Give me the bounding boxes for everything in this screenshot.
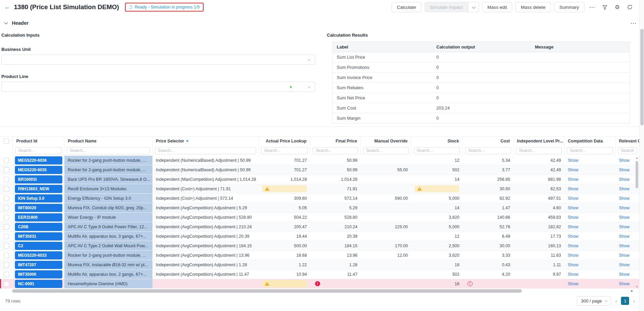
show-link[interactable]: Show xyxy=(568,196,578,201)
column-header-name[interactable]: Product Name xyxy=(64,137,152,145)
product-line-select[interactable] xyxy=(1,82,315,92)
product-id-badge[interactable]: MEG5220-6036 xyxy=(15,156,62,164)
row-checkbox[interactable] xyxy=(4,234,9,239)
row-checkbox[interactable] xyxy=(4,272,9,277)
table-row[interactable]: BR1600SIBack UPS Pro BR 1600VA, Sinewave… xyxy=(0,175,639,184)
page-number-button[interactable]: 1 xyxy=(621,297,629,305)
product-id-badge[interactable]: ION Setup 3.0 xyxy=(15,194,62,202)
table-row[interactable]: IMT47207Mureva FIX, instacable Ø16-32 mm… xyxy=(0,260,639,270)
table-row[interactable]: NC-0091Hexamethylene Diamine (HMD)!18!Sh… xyxy=(0,279,639,289)
product-id-badge[interactable]: R9H13603_NEW xyxy=(15,185,62,193)
show-link[interactable]: Show xyxy=(568,234,578,239)
show-link[interactable]: Show xyxy=(568,281,578,286)
product-id-badge[interactable]: MEG5220-6035 xyxy=(15,166,62,174)
show-link[interactable]: Show xyxy=(619,244,629,248)
column-header-cost[interactable]: Cost xyxy=(463,137,514,145)
column-header-override[interactable]: Manual Override xyxy=(361,137,411,145)
business-unit-select[interactable] xyxy=(1,55,315,65)
show-link[interactable]: Show xyxy=(619,158,629,163)
filter-icon[interactable] xyxy=(600,2,609,12)
grid-horizontal-scrollbar[interactable]: ▶ xyxy=(0,289,639,293)
show-link[interactable]: Show xyxy=(619,206,629,210)
product-id-badge[interactable]: IMT80020 xyxy=(15,204,62,212)
table-row[interactable]: MEG5220-6036Rocker for 2-gang push-butto… xyxy=(0,156,639,165)
row-checkbox[interactable] xyxy=(4,262,9,268)
show-link[interactable]: Show xyxy=(568,263,578,267)
row-checkbox[interactable] xyxy=(4,205,9,211)
row-checkbox[interactable] xyxy=(4,167,9,173)
warning-pill[interactable] xyxy=(415,185,459,192)
show-link[interactable]: Show xyxy=(619,187,629,191)
table-row[interactable]: IMT35000Multifix Air, apparatus box, 2 g… xyxy=(0,270,639,279)
column-header-competition[interactable]: Competition Data xyxy=(564,137,616,145)
column-header-relevant[interactable]: Relevant Co... xyxy=(616,137,639,145)
show-link[interactable]: Show xyxy=(568,225,578,229)
product-id-badge[interactable]: NC-0091 xyxy=(15,280,62,288)
row-checkbox[interactable] xyxy=(4,186,9,192)
product-id-badge[interactable]: C2 xyxy=(15,242,62,250)
show-link[interactable]: Show xyxy=(619,253,629,258)
back-arrow-icon[interactable]: ← xyxy=(4,3,11,11)
product-id-badge[interactable]: IMT35031 xyxy=(15,232,62,240)
page-scroll-thumb[interactable] xyxy=(640,29,644,125)
column-header-independent[interactable]: Independent Level Pr... xyxy=(514,137,564,145)
refresh-icon[interactable] xyxy=(625,2,635,12)
table-row[interactable]: EER31800Wiser Energy - IP moduleIndepend… xyxy=(0,213,639,222)
table-row[interactable]: C2APC AV C Type 2 Outlet Wall Mount Pow.… xyxy=(0,241,639,251)
search-input-cost[interactable] xyxy=(465,147,511,154)
search-input-name[interactable] xyxy=(67,147,150,154)
show-link[interactable]: Show xyxy=(568,206,578,210)
show-link[interactable]: Show xyxy=(568,244,578,248)
product-id-badge[interactable]: EER31800 xyxy=(15,213,62,221)
table-row[interactable]: IMT80020Mureva FIX, Conduit clip M20, gr… xyxy=(0,203,639,213)
show-link[interactable]: Show xyxy=(619,234,629,239)
column-header-selector[interactable]: Price Selector xyxy=(152,137,259,145)
search-input-selector[interactable] xyxy=(155,147,256,154)
search-input-override[interactable] xyxy=(363,147,409,154)
show-link[interactable]: Show xyxy=(568,158,578,163)
next-page-icon[interactable]: › xyxy=(633,298,635,304)
calculate-button[interactable]: Calculate xyxy=(392,2,421,12)
row-checkbox[interactable] xyxy=(4,196,9,201)
search-input-final[interactable] xyxy=(313,147,358,154)
scroll-up-icon[interactable]: ▲ xyxy=(635,156,639,160)
row-checkbox[interactable] xyxy=(4,158,9,163)
show-link[interactable]: Show xyxy=(619,263,629,267)
search-input-competition[interactable] xyxy=(567,147,613,154)
settings-gear-icon[interactable]: ⚙ xyxy=(612,2,622,12)
scroll-down-icon[interactable]: ▼ xyxy=(635,285,639,289)
table-row[interactable]: MEG5220-6033Rocker for 2-gang push-butto… xyxy=(0,251,639,260)
table-row[interactable]: MEG5220-6035Rocker for 2-gang push-butto… xyxy=(0,165,639,175)
search-input-id[interactable] xyxy=(15,147,62,154)
show-link[interactable]: Show xyxy=(619,168,629,172)
show-link[interactable]: Show xyxy=(619,225,629,229)
scroll-right-icon[interactable]: ▶ xyxy=(631,289,633,292)
show-link[interactable]: Show xyxy=(568,168,578,172)
search-input-independent[interactable] xyxy=(516,147,562,154)
page-size-select[interactable]: 300 / page xyxy=(577,296,611,306)
row-checkbox[interactable] xyxy=(4,224,9,230)
search-input-stock[interactable] xyxy=(414,147,460,154)
column-header-id[interactable]: Product Id xyxy=(13,137,64,145)
show-link[interactable]: Show xyxy=(568,187,578,191)
prev-page-icon[interactable]: ‹ xyxy=(615,298,617,304)
row-checkbox[interactable] xyxy=(4,253,9,258)
show-link[interactable]: Show xyxy=(619,196,629,201)
show-link[interactable]: Show xyxy=(619,272,629,277)
simulate-impact-dropdown-button[interactable] xyxy=(468,2,479,12)
show-link[interactable]: Show xyxy=(568,177,578,182)
mass-edit-button[interactable]: Mass edit xyxy=(482,2,513,12)
product-id-badge[interactable]: IMT35000 xyxy=(15,270,62,278)
column-header-final[interactable]: Final Price xyxy=(310,137,361,145)
mass-delete-button[interactable]: Mass delete xyxy=(515,2,551,12)
grid-vertical-scrollbar[interactable]: ▲ ▼ xyxy=(635,156,639,289)
collapse-chevron-icon[interactable] xyxy=(4,20,8,24)
search-input-actual[interactable] xyxy=(261,147,308,154)
summary-button[interactable]: Summary xyxy=(554,2,584,12)
more-actions-icon[interactable]: ⋯ xyxy=(587,2,597,12)
simulate-impact-button[interactable]: Simulate Impact xyxy=(424,2,468,12)
select-all-checkbox[interactable] xyxy=(4,138,9,144)
show-link[interactable]: Show xyxy=(619,215,629,220)
show-link[interactable]: Show xyxy=(568,272,578,277)
product-id-badge[interactable]: MEG5220-6033 xyxy=(15,251,62,259)
